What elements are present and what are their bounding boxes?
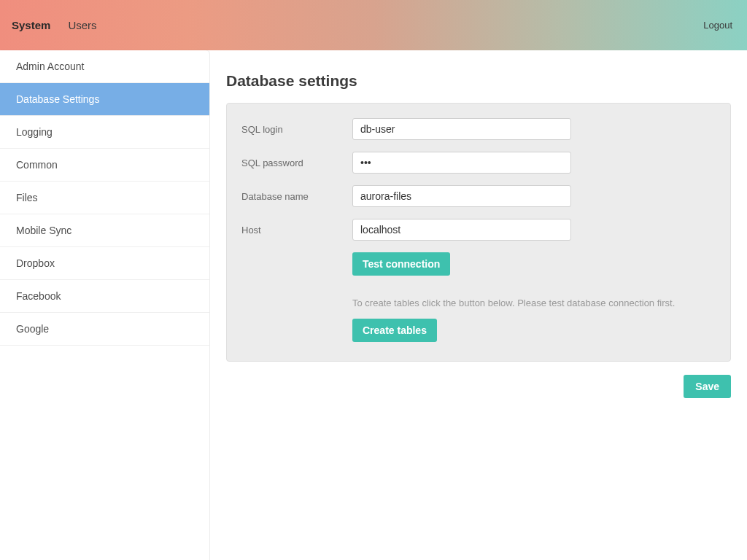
input-db-name[interactable]: [352, 185, 571, 207]
save-row: Save: [226, 375, 731, 398]
nav-users[interactable]: Users: [68, 19, 96, 31]
sidebar-item-common[interactable]: Common: [0, 149, 209, 182]
content-area: Admin Account Database Settings Logging …: [0, 50, 747, 560]
page-title: Database settings: [226, 72, 731, 90]
create-tables-button[interactable]: Create tables: [352, 319, 437, 342]
top-header: System Users Logout: [0, 0, 747, 50]
sidebar-item-mobile-sync[interactable]: Mobile Sync: [0, 214, 209, 247]
sidebar-item-files[interactable]: Files: [0, 182, 209, 214]
row-host: Host: [241, 219, 716, 241]
row-sql-login: SQL login: [241, 118, 716, 140]
label-sql-login: SQL login: [241, 124, 352, 135]
settings-panel: SQL login SQL password Database name Hos…: [226, 103, 731, 362]
header-nav: System Users: [12, 19, 97, 31]
input-sql-login[interactable]: [352, 118, 571, 140]
test-connection-button[interactable]: Test connection: [352, 252, 450, 276]
sidebar-item-facebook[interactable]: Facebook: [0, 280, 209, 313]
create-tables-row: Create tables: [352, 319, 716, 342]
test-connection-row: Test connection: [352, 252, 716, 276]
row-db-name: Database name: [241, 185, 716, 207]
label-host: Host: [241, 225, 352, 236]
create-tables-hint: To create tables click the button below.…: [352, 298, 716, 308]
input-host[interactable]: [352, 219, 571, 241]
main-panel: Database settings SQL login SQL password…: [210, 50, 747, 560]
sidebar-item-google[interactable]: Google: [0, 313, 209, 346]
label-db-name: Database name: [241, 191, 352, 202]
input-sql-password[interactable]: [352, 152, 571, 174]
row-sql-password: SQL password: [241, 152, 716, 174]
sidebar-item-logging[interactable]: Logging: [0, 116, 209, 149]
logout-link[interactable]: Logout: [703, 20, 732, 31]
sidebar-item-dropbox[interactable]: Dropbox: [0, 247, 209, 280]
sidebar: Admin Account Database Settings Logging …: [0, 50, 210, 560]
save-button[interactable]: Save: [684, 375, 731, 398]
label-sql-password: SQL password: [241, 158, 352, 168]
nav-system[interactable]: System: [12, 19, 50, 31]
sidebar-item-database-settings[interactable]: Database Settings: [0, 83, 209, 116]
sidebar-item-admin-account[interactable]: Admin Account: [0, 50, 209, 83]
